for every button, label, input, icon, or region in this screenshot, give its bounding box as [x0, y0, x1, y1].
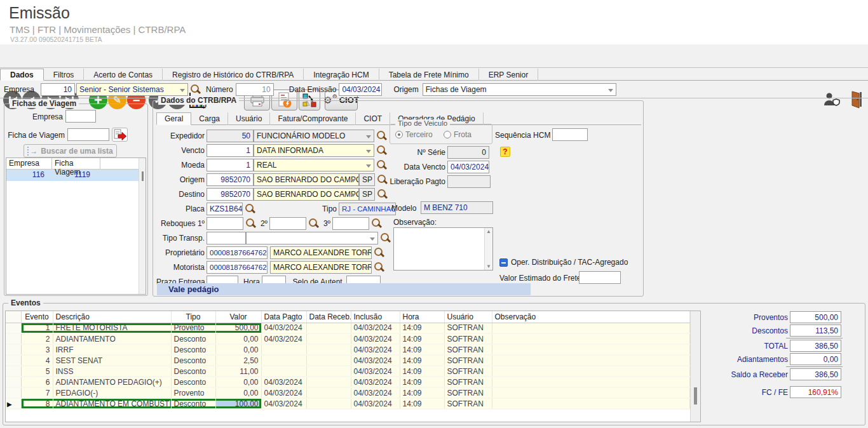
- help-icon[interactable]: [500, 147, 510, 157]
- expedidor-select[interactable]: FUNCIONÁRIO MODELO: [254, 130, 374, 142]
- tab-registro-historico[interactable]: Registro de Histórico do CTRB/RPA: [163, 69, 304, 81]
- fichas-grid-scrollbar[interactable]: [139, 158, 146, 294]
- empresa-name-select[interactable]: Senior - Senior Sistemas: [76, 83, 188, 96]
- version-label: V3.27.00 090520241715 BETA: [10, 36, 102, 43]
- reboque3-field[interactable]: [332, 217, 369, 230]
- breadcrumb: TMS | FTR | Movimentações | CTRB/RPA: [10, 24, 186, 35]
- serie-field: 0: [447, 146, 489, 159]
- buscar-lista-button[interactable]: Buscar de uma lista: [24, 144, 117, 157]
- saldo-label: Saldo a Receber: [693, 370, 788, 379]
- proprietario-doc-field[interactable]: 00008187664762: [207, 246, 268, 259]
- data-vencto-field[interactable]: 04/03/2024: [447, 161, 489, 173]
- event-row-7[interactable]: 7 PEDAGIO(-) Provento 0,00 04/03/2024 04…: [6, 387, 689, 398]
- destino-uf-field[interactable]: SP: [359, 188, 375, 201]
- event-row-1[interactable]: 1 FRETE MOTORISTA Provento 500,00 04/03/…: [6, 323, 689, 333]
- vale-pedagio-bar[interactable]: Vale pedágio: [157, 283, 531, 295]
- tab-tabela-frete-minimo[interactable]: Tabela de Frete Mínimo: [379, 69, 479, 81]
- tab-carga[interactable]: Carga: [191, 112, 228, 125]
- observacao-scrollbar[interactable]: [484, 228, 492, 270]
- radio-frota-icon: [444, 131, 451, 138]
- event-row-4[interactable]: 4 SEST SENAT Desconto 2,50 04/03/2024 14…: [6, 355, 689, 366]
- fcfe-field: 160,91%: [790, 386, 841, 398]
- tab-integracao-hcm[interactable]: Integração HCM: [304, 69, 379, 81]
- reboque2-field[interactable]: [269, 217, 306, 230]
- oper-distribuicao-checkbox[interactable]: Oper. Distribuição / TAC-Agregado: [499, 258, 628, 267]
- motorista-select[interactable]: MARCO ALEXANDRE TORR: [270, 261, 372, 274]
- summary-divider: [786, 338, 843, 338]
- radio-frota-label: Frota: [454, 130, 471, 139]
- data-emissao-label: Data Emissão: [289, 85, 337, 94]
- origem-code-field[interactable]: 9852070: [207, 173, 254, 186]
- eventos-panel-title: Eventos: [8, 298, 43, 307]
- destino-city-select[interactable]: SAO BERNARDO DO CAMPO: [254, 188, 359, 201]
- moeda-select[interactable]: REAL: [254, 159, 374, 171]
- motorista-search-icon[interactable]: [374, 262, 384, 272]
- toolbar: ⚙⚙ CIOT: [0, 44, 868, 68]
- proprietario-select[interactable]: MARCO ALEXANDRE TORR: [270, 246, 372, 259]
- reboque1-label: Reboques 1º: [156, 219, 205, 228]
- tab-fatura-comprovante[interactable]: Fatura/Comprovante: [270, 112, 356, 125]
- placa-field[interactable]: KZS1B64: [207, 203, 243, 215]
- event-row-8[interactable]: 8 ADIANTAMENTO EM COMBUSTIVEL Desconto 1…: [6, 398, 689, 409]
- summary-divider-2: [786, 366, 843, 367]
- tab-erp-senior[interactable]: ERP Senior: [479, 69, 538, 81]
- origem-select[interactable]: Fichas de Viagem: [423, 83, 616, 96]
- tipo-transp-code-field[interactable]: [207, 232, 246, 244]
- tipo-transp-search-icon[interactable]: [380, 232, 391, 243]
- seq-hcm-field[interactable]: [552, 128, 588, 141]
- placa-label: Placa: [156, 204, 205, 213]
- destino-code-field[interactable]: 9852070: [207, 188, 254, 201]
- event-row-2[interactable]: 2 ADIANTAMENTO Desconto 0,00 04/03/2024 …: [6, 333, 689, 344]
- moeda-label: Moeda: [156, 161, 205, 170]
- tab-dados[interactable]: Dados: [0, 69, 44, 81]
- vencto-code-field[interactable]: 1: [207, 144, 254, 157]
- tipo-veiculo-label: Tipo: [255, 204, 337, 213]
- header: Emissão TMS | FTR | Movimentações | CTRB…: [0, 0, 868, 44]
- fichas-grid-row[interactable]: 116 1119: [6, 170, 146, 181]
- empresa-code-field[interactable]: 10: [41, 83, 75, 96]
- fichas-row-empresa[interactable]: 116: [6, 170, 48, 181]
- destino-search-icon[interactable]: [377, 189, 388, 199]
- radio-terceiro-label: Terceiro: [405, 130, 433, 139]
- tipo-veiculo-groupbox: Tipo de Veiculo Terceiro Frota: [390, 124, 492, 144]
- placa-search-icon[interactable]: [245, 203, 255, 214]
- moeda-code-field[interactable]: 1: [207, 159, 254, 171]
- fichas-empresa-field[interactable]: [65, 110, 96, 123]
- reboque1-field[interactable]: [207, 217, 243, 230]
- vencto-row: Vencto 1 DATA INFORMADA: [156, 144, 387, 157]
- selected-cell[interactable]: 100,00: [215, 398, 261, 409]
- expedidor-search-icon[interactable]: [376, 130, 387, 141]
- ficha-export-button[interactable]: [112, 128, 128, 142]
- observacao-textarea[interactable]: [393, 227, 493, 271]
- origem-city-select[interactable]: SAO BERNARDO DO CAMPO: [254, 173, 359, 186]
- numero-field[interactable]: 10: [236, 83, 274, 96]
- event-row-6[interactable]: 6 ADIANTAMENTO PEDAGIO(+) Desconto 0,00 …: [6, 377, 689, 387]
- radio-terceiro[interactable]: Terceiro: [395, 130, 433, 139]
- tab-geral[interactable]: Geral: [156, 112, 191, 125]
- event-row-5[interactable]: 5 INSS Desconto 11,00 04/03/2024 14:09 S…: [6, 366, 689, 377]
- motorista-doc-field[interactable]: 00008187664762: [207, 261, 268, 274]
- fichas-ficha-field[interactable]: [67, 128, 109, 141]
- tab-filtros[interactable]: Filtros: [44, 69, 85, 81]
- tipo-transp-select[interactable]: [246, 232, 378, 244]
- modelo-label: Modelo: [391, 204, 416, 213]
- empresa-search-icon[interactable]: [190, 84, 201, 95]
- page-title: Emissão: [9, 4, 70, 22]
- reboque2-search-icon[interactable]: [308, 218, 319, 229]
- proprietario-search-icon[interactable]: [374, 247, 384, 258]
- tab-ciot[interactable]: CIOT: [356, 112, 390, 125]
- radio-frota[interactable]: Frota: [444, 130, 471, 139]
- vencto-search-icon[interactable]: [376, 145, 387, 156]
- data-emissao-field[interactable]: 04/03/2024: [339, 83, 382, 96]
- valor-estimado-field[interactable]: [579, 271, 621, 284]
- event-row-3[interactable]: 3 IRRF Desconto 0,00 04/03/2024 14:09 SO…: [6, 344, 689, 355]
- tab-acerto-de-contas[interactable]: Acerto de Contas: [84, 69, 163, 81]
- expedidor-code-field[interactable]: 50: [207, 130, 254, 142]
- tab-usuario[interactable]: Usuário: [228, 112, 270, 125]
- vencto-select[interactable]: DATA INFORMADA: [254, 144, 374, 157]
- reboque3-search-icon[interactable]: [371, 218, 382, 229]
- reboque1-search-icon[interactable]: [245, 218, 256, 229]
- fichas-panel-title: Fichas de Viagem: [10, 99, 79, 108]
- fichas-row-ficha[interactable]: 1119: [48, 170, 94, 181]
- observacao-label: Observação:: [393, 218, 437, 227]
